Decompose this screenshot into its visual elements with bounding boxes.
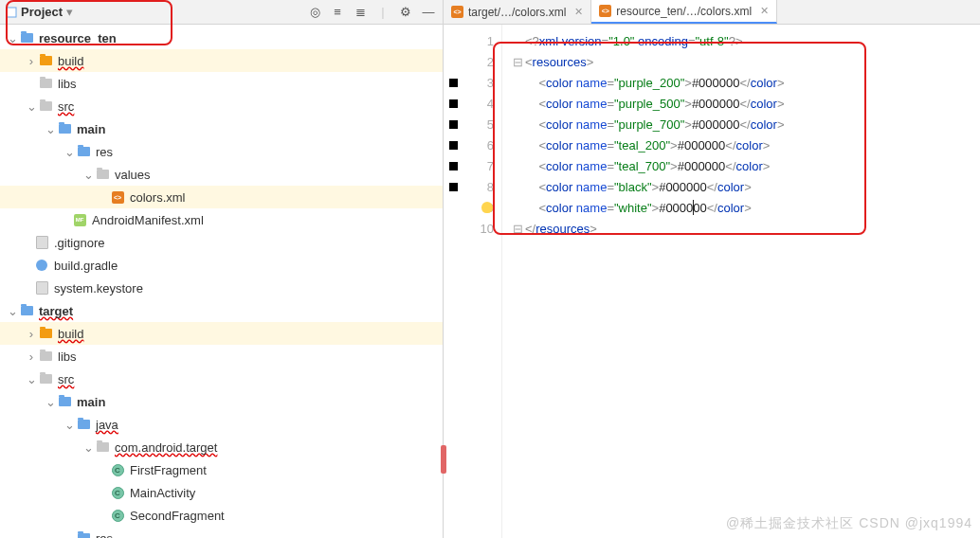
tree-node-java[interactable]: ⌄java: [0, 413, 443, 436]
tree-node-values[interactable]: ⌄values: [0, 163, 443, 186]
gutter: 1 2 3 4 5 6 7 8 9 10: [444, 25, 502, 538]
tree-node-main[interactable]: ⌄main: [0, 117, 443, 140]
locate-icon[interactable]: ◎: [306, 4, 323, 21]
code-editor[interactable]: 1 2 3 4 5 6 7 8 9 10 <?xml version="1.0"…: [444, 25, 980, 538]
tree-node-resource_ten[interactable]: ⌄resource_ten: [0, 27, 443, 49]
tree-node-main2[interactable]: ⌄main: [0, 390, 443, 413]
tree-node-res[interactable]: ⌄res: [0, 140, 443, 163]
tree-node-colors-xml[interactable]: <>colors.xml: [0, 186, 443, 208]
tree-node-libs[interactable]: libs: [0, 72, 443, 95]
divider: |: [374, 4, 391, 21]
tree-node-package[interactable]: ⌄com.android.target: [0, 436, 443, 458]
tree-node-class[interactable]: CMainActivity: [0, 481, 443, 504]
project-tree[interactable]: ⌄resource_ten ›build libs ⌄src ⌄main ⌄re…: [0, 25, 443, 538]
expand-icon[interactable]: ≡: [329, 4, 346, 21]
editor-tabs: <>target/…/colors.xml✕ <>resource_ten/…/…: [444, 0, 980, 25]
tree-node-keystore[interactable]: system.keystore: [0, 277, 443, 299]
tree-node-libs2[interactable]: ›libs: [0, 345, 443, 368]
tab-resource-colors[interactable]: <>resource_ten/…/colors.xml✕: [591, 0, 777, 24]
tree-node-target[interactable]: ⌄target: [0, 299, 443, 322]
svg-rect-0: [7, 8, 16, 17]
tree-node-gradle[interactable]: build.gradle: [0, 254, 443, 277]
chevron-down-icon: ▾: [66, 5, 73, 19]
tree-node-manifest[interactable]: MFAndroidManifest.xml: [0, 208, 443, 231]
color-swatch-icon: [449, 120, 458, 129]
tree-node-src2[interactable]: ⌄src: [0, 368, 443, 390]
project-dropdown[interactable]: Project ▾: [6, 5, 73, 19]
tree-node-gitignore[interactable]: .gitignore: [0, 231, 443, 254]
color-swatch-icon: [449, 183, 458, 191]
collapse-icon[interactable]: ≣: [352, 4, 369, 21]
hide-icon[interactable]: —: [420, 4, 437, 21]
lightbulb-icon[interactable]: [481, 202, 493, 213]
tree-node-res2[interactable]: ⌄res: [0, 527, 443, 538]
color-swatch-icon: [449, 79, 458, 87]
tree-node-build[interactable]: ›build: [0, 49, 443, 72]
color-swatch-icon: [449, 162, 458, 170]
tree-node-class[interactable]: CSecondFragment: [0, 504, 443, 527]
close-icon[interactable]: ✕: [574, 6, 583, 18]
gear-icon[interactable]: ⚙: [397, 4, 414, 21]
split-handle[interactable]: [441, 445, 446, 474]
tree-node-build2[interactable]: ›build: [0, 322, 443, 345]
color-swatch-icon: [449, 99, 458, 108]
project-toolbar: Project ▾ ◎ ≡ ≣ | ⚙ —: [0, 0, 443, 25]
tree-node-class[interactable]: CFirstFragment: [0, 458, 443, 481]
code-area[interactable]: <?xml version="1.0" encoding="utf-8"?> ⊟…: [502, 25, 980, 538]
tab-target-colors[interactable]: <>target/…/colors.xml✕: [444, 0, 591, 24]
color-swatch-icon: [449, 141, 458, 150]
tree-node-src[interactable]: ⌄src: [0, 95, 443, 117]
close-icon[interactable]: ✕: [760, 5, 769, 17]
